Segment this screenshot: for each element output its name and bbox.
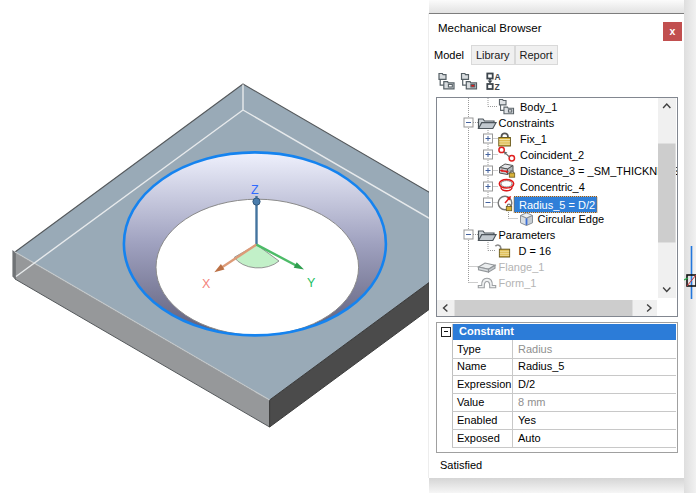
svg-text:Concentric_4: Concentric_4	[520, 180, 585, 192]
svg-text:X: X	[202, 277, 211, 291]
svg-text:Distance_3 = _SM_THICKNESS: Distance_3 = _SM_THICKNESS	[520, 164, 677, 176]
svg-text:Constraints: Constraints	[498, 116, 554, 128]
svg-text:D = 16: D = 16	[518, 244, 551, 256]
svg-text:Parameters: Parameters	[498, 228, 555, 240]
svg-text:Coincident_2: Coincident_2	[520, 148, 584, 160]
svg-text:Fix_1: Fix_1	[520, 132, 547, 144]
svg-text:A: A	[495, 72, 501, 82]
svg-text:Z: Z	[495, 82, 500, 92]
svg-text:Radius_5 = D/2: Radius_5 = D/2	[519, 198, 595, 210]
svg-text:Z: Z	[251, 183, 259, 197]
svg-text:Circular Edge: Circular Edge	[537, 212, 604, 224]
svg-text:Form_1: Form_1	[498, 276, 536, 288]
svg-text:Flange_1: Flange_1	[498, 260, 544, 272]
svg-text:Y: Y	[307, 276, 316, 290]
svg-text:Body_1: Body_1	[520, 100, 557, 112]
